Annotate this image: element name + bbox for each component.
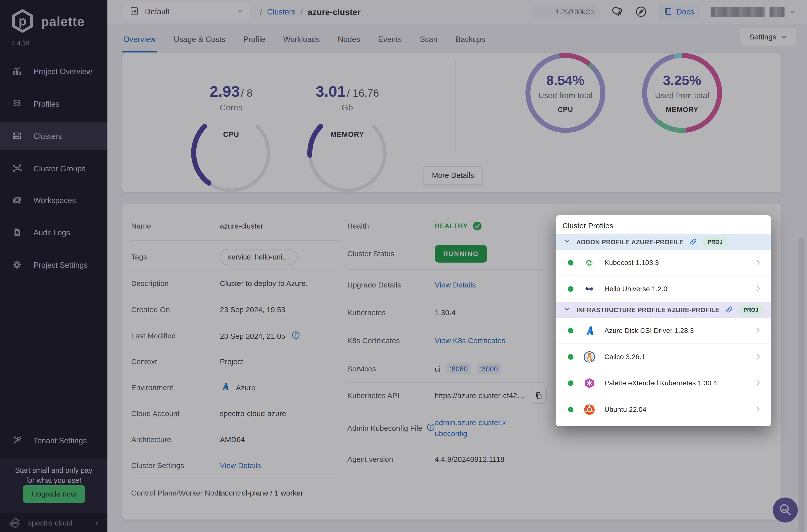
profile-layer-label: Palette eXtended Kubernetes 1.30.4 <box>604 379 717 387</box>
chevron-right-icon <box>754 259 762 267</box>
profile-layer-label: Hello Universe 1.2.0 <box>604 285 667 293</box>
scope-badge: PROJ <box>703 237 727 247</box>
section-title: ADDON PROFILE AZURE-PROFILE <box>576 239 683 246</box>
profile-layer-label: Ubuntu 22.04 <box>604 406 646 414</box>
addon-profile-section-header[interactable]: ADDON PROFILE AZURE-PROFILE PROJ <box>556 234 771 250</box>
hello-universe-icon <box>583 283 595 295</box>
chevron-right-icon <box>754 285 762 293</box>
chevron-right-icon <box>754 326 762 335</box>
link-icon[interactable] <box>689 237 698 247</box>
azure-icon <box>583 325 595 337</box>
palette-cluster-overview-screen: p palette 4.4.19 Project Overview Profil… <box>0 0 807 532</box>
profile-layer-calico[interactable]: Calico 3.26.1 <box>556 344 771 370</box>
status-dot <box>568 354 574 360</box>
status-dot <box>568 286 574 292</box>
status-dot <box>568 260 574 266</box>
chevron-right-icon <box>754 379 762 387</box>
calico-icon <box>583 351 595 363</box>
chevron-down-icon <box>563 238 571 247</box>
link-icon[interactable] <box>725 305 734 315</box>
profile-layer-hello-universe[interactable]: Hello Universe 1.2.0 <box>556 276 771 302</box>
chevron-right-icon <box>754 353 762 361</box>
scope-badge: PROJ <box>739 305 763 315</box>
infrastructure-profile-section-header[interactable]: INFRASTRUCTURE PROFILE AZURE-PROFILE PRO… <box>556 302 771 318</box>
status-dot <box>568 380 574 386</box>
ubuntu-icon <box>583 404 595 416</box>
status-dot <box>568 328 574 334</box>
section-title: INFRASTRUCTURE PROFILE AZURE-PROFILE <box>576 306 719 314</box>
chevron-down-icon <box>563 305 571 315</box>
profile-layer-palette-extended-k8s[interactable]: Palette eXtended Kubernetes 1.30.4 <box>556 370 771 396</box>
cluster-profiles-panel: Cluster Profiles ADDON PROFILE AZURE-PRO… <box>556 215 771 426</box>
profile-layer-label: Kubecost 1.103.3 <box>604 259 659 267</box>
status-dot <box>568 407 574 412</box>
chevron-right-icon <box>754 405 762 414</box>
profile-layer-label: Calico 3.26.1 <box>604 353 645 361</box>
kubecost-icon <box>583 257 595 269</box>
pxk-icon <box>583 377 595 389</box>
cluster-profiles-title: Cluster Profiles <box>556 215 771 234</box>
profile-layer-ubuntu[interactable]: Ubuntu 22.04 <box>556 396 771 423</box>
profile-layer-kubecost[interactable]: Kubecost 1.103.3 <box>556 250 771 276</box>
profile-layer-label: Azure Disk CSI Driver 1.28.3 <box>604 327 694 335</box>
profile-layer-azure-disk-csi[interactable]: Azure Disk CSI Driver 1.28.3 <box>556 318 771 344</box>
